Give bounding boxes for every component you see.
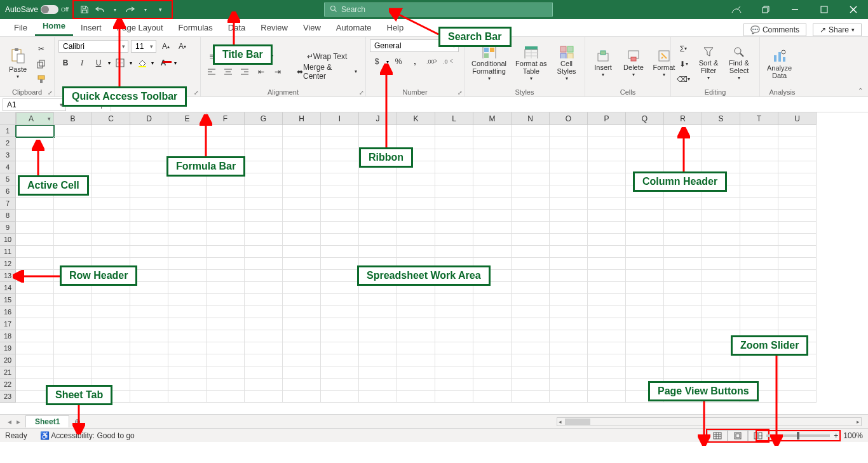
column-header[interactable]: P	[588, 112, 626, 125]
cell[interactable]	[283, 258, 321, 270]
cell[interactable]	[92, 222, 130, 234]
ribbon-display-icon[interactable]	[722, 0, 751, 19]
cell[interactable]	[664, 294, 702, 306]
cell[interactable]	[550, 306, 588, 318]
cell[interactable]	[92, 306, 130, 318]
column-header[interactable]: B	[54, 112, 92, 125]
cell[interactable]	[778, 234, 817, 246]
cell[interactable]	[664, 306, 702, 318]
copy-icon[interactable]	[34, 57, 48, 71]
cell[interactable]	[778, 210, 817, 222]
column-header[interactable]: H	[283, 112, 321, 125]
align-center-icon[interactable]	[221, 65, 235, 79]
cell[interactable]	[550, 149, 588, 161]
cell[interactable]	[397, 330, 435, 342]
cell[interactable]	[435, 149, 473, 161]
column-header[interactable]: Q	[626, 112, 664, 125]
cell[interactable]	[473, 294, 512, 306]
cell[interactable]	[626, 222, 664, 234]
cell[interactable]	[588, 258, 626, 270]
cell[interactable]	[130, 222, 168, 234]
cell[interactable]	[321, 222, 359, 234]
cell[interactable]	[778, 379, 817, 391]
cell[interactable]	[359, 198, 397, 210]
cell[interactable]	[359, 222, 397, 234]
cell-styles-button[interactable]: Cell Styles▾	[553, 44, 581, 84]
cell[interactable]	[207, 258, 245, 270]
cell[interactable]	[359, 173, 397, 185]
cell[interactable]	[92, 198, 130, 210]
row-header[interactable]: 17	[0, 318, 16, 330]
cell[interactable]	[512, 173, 550, 185]
align-right-icon[interactable]	[238, 65, 252, 79]
cell[interactable]	[207, 306, 245, 318]
cell[interactable]	[54, 149, 92, 161]
cell[interactable]	[626, 366, 664, 379]
column-header[interactable]: C	[92, 112, 130, 125]
cell[interactable]	[550, 125, 588, 137]
cell[interactable]	[283, 366, 321, 379]
undo-icon[interactable]	[94, 4, 105, 15]
decrease-font-icon[interactable]: A▾	[175, 39, 189, 53]
cell[interactable]	[626, 354, 664, 366]
cell[interactable]	[740, 318, 778, 330]
cell[interactable]	[245, 246, 283, 258]
row-header[interactable]: 11	[0, 246, 16, 258]
cell[interactable]	[473, 222, 512, 234]
cell[interactable]	[92, 318, 130, 330]
redo-dropdown-icon[interactable]: ▾	[140, 4, 151, 15]
cell[interactable]	[397, 246, 435, 258]
cell[interactable]	[397, 234, 435, 246]
cell[interactable]	[168, 282, 207, 294]
cell[interactable]	[245, 318, 283, 330]
cell[interactable]	[588, 173, 626, 185]
cell[interactable]	[740, 161, 778, 173]
cell[interactable]	[16, 330, 54, 342]
cell[interactable]	[740, 258, 778, 270]
cell[interactable]	[626, 137, 664, 149]
cell[interactable]	[54, 366, 92, 379]
row-header[interactable]: 9	[0, 222, 16, 234]
cell[interactable]	[588, 391, 626, 403]
cell[interactable]	[245, 342, 283, 354]
cell[interactable]	[588, 234, 626, 246]
cell[interactable]	[550, 198, 588, 210]
cell[interactable]	[778, 246, 817, 258]
decrease-decimal-icon[interactable]: .0	[441, 55, 455, 69]
cell[interactable]	[283, 173, 321, 185]
row-header[interactable]: 22	[0, 379, 16, 391]
cell[interactable]	[207, 282, 245, 294]
cell[interactable]	[778, 282, 817, 294]
cell[interactable]	[321, 258, 359, 270]
cell[interactable]	[207, 210, 245, 222]
merge-center-button[interactable]: ⬌ Merge & Center ▾	[292, 65, 362, 79]
cell[interactable]	[740, 210, 778, 222]
cell[interactable]	[664, 246, 702, 258]
cell[interactable]	[626, 342, 664, 354]
cell[interactable]	[397, 294, 435, 306]
customize-qat-icon[interactable]: ▾	[155, 4, 166, 15]
cell[interactable]	[321, 161, 359, 173]
cell[interactable]	[130, 342, 168, 354]
cell[interactable]	[359, 379, 397, 391]
cell[interactable]	[778, 137, 817, 149]
cell[interactable]	[473, 210, 512, 222]
cell[interactable]	[321, 234, 359, 246]
cell[interactable]	[626, 330, 664, 342]
align-left-icon[interactable]	[205, 65, 219, 79]
cell[interactable]	[435, 294, 473, 306]
cell[interactable]	[283, 185, 321, 198]
cell[interactable]	[321, 185, 359, 198]
zoom-level[interactable]: 100%	[843, 431, 863, 440]
fill-color-icon[interactable]	[135, 56, 149, 70]
cell[interactable]	[130, 161, 168, 173]
cell[interactable]	[435, 330, 473, 342]
bold-button[interactable]: B	[58, 56, 72, 70]
row-header[interactable]: 19	[0, 342, 16, 354]
cell[interactable]	[168, 198, 207, 210]
cell[interactable]	[588, 379, 626, 391]
increase-decimal-icon[interactable]: .00	[424, 55, 438, 69]
cell[interactable]	[130, 294, 168, 306]
autosave-switch-icon[interactable]	[41, 5, 58, 14]
cell[interactable]	[54, 161, 92, 173]
